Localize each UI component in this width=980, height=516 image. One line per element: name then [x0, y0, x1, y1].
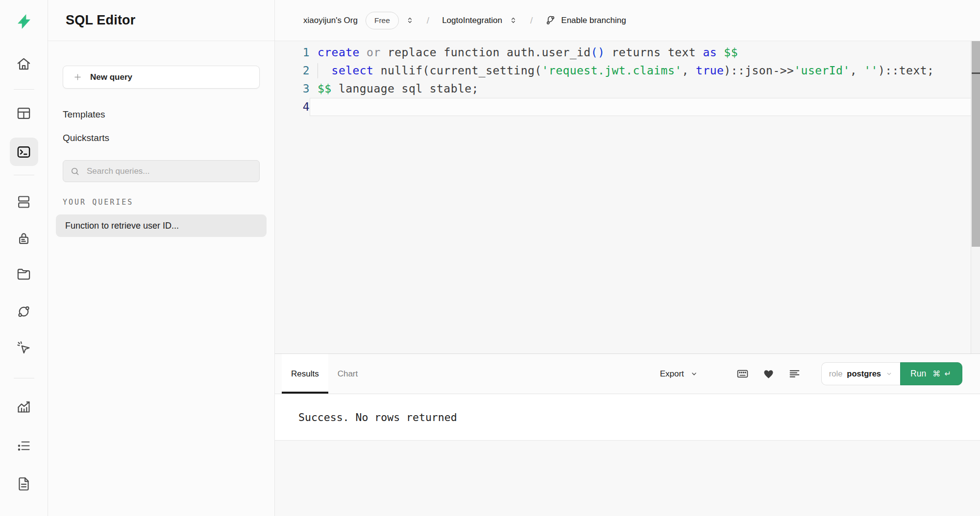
- run-label: Run: [910, 369, 926, 379]
- new-query-button[interactable]: New query: [63, 66, 260, 89]
- sidebar-item-templates[interactable]: Templates: [63, 109, 105, 120]
- git-branch-icon: [545, 15, 556, 25]
- sidebar-body: New query Templates Quickstarts YOUR QUE…: [48, 41, 274, 237]
- role-label: role: [829, 369, 843, 378]
- breadcrumb: xiaoyijun's Org Free / LogtoIntegration …: [275, 0, 980, 41]
- run-shortcut: ⌘ ↵: [932, 369, 952, 378]
- export-button[interactable]: Export: [657, 369, 701, 379]
- code-line[interactable]: 3$$ language sql stable;: [275, 80, 980, 98]
- code-line[interactable]: 1create or replace function auth.user_id…: [275, 44, 980, 62]
- rail-storage-icon[interactable]: [10, 260, 38, 288]
- rail-divider: [14, 175, 34, 175]
- rail-authentication-icon[interactable]: [10, 224, 38, 252]
- results-panel: Success. No rows returned: [275, 394, 980, 441]
- rail-divider: [14, 89, 34, 90]
- results-message: Success. No rows returned: [298, 411, 457, 423]
- editor-scrollbar[interactable]: [971, 41, 980, 353]
- search-box: [63, 160, 260, 182]
- code-line[interactable]: 4: [275, 98, 980, 116]
- rail-home-icon[interactable]: [10, 49, 38, 78]
- rail-reports-icon[interactable]: [10, 392, 38, 421]
- query-list-item[interactable]: Function to retrieve user ID...: [56, 214, 267, 237]
- supabase-logo-icon[interactable]: [13, 10, 35, 33]
- keyboard-shortcuts-button[interactable]: [736, 368, 749, 380]
- rail-table-editor-icon[interactable]: [10, 99, 38, 127]
- plus-icon: [73, 72, 82, 82]
- page-title: SQL Editor: [66, 13, 136, 28]
- run-button[interactable]: Run ⌘ ↵: [900, 362, 962, 385]
- keyboard-icon: [736, 368, 749, 380]
- enable-branching-label: Enable branching: [561, 16, 626, 25]
- format-sql-button[interactable]: [788, 368, 801, 380]
- project-name[interactable]: LogtoIntegration: [442, 16, 502, 25]
- results-tabs: Results Chart: [275, 354, 367, 394]
- search-queries-input[interactable]: [86, 166, 252, 177]
- rail-realtime-icon[interactable]: [10, 333, 38, 362]
- results-toolbar: Results Chart Export: [275, 353, 980, 394]
- tab-chart[interactable]: Chart: [328, 354, 368, 394]
- sidebar-header: SQL Editor: [48, 0, 274, 41]
- align-lines-icon: [788, 368, 801, 380]
- tab-results[interactable]: Results: [282, 354, 328, 394]
- your-queries-heading: YOUR QUERIES: [63, 198, 260, 207]
- role-select[interactable]: role postgres: [821, 362, 900, 385]
- rail-divider: [14, 378, 34, 378]
- role-value: postgres: [847, 369, 881, 378]
- rail-sql-editor-icon[interactable]: [10, 138, 38, 166]
- rail-logs-icon[interactable]: [10, 431, 38, 460]
- chevron-down-icon: [690, 370, 698, 378]
- code-lines: 1create or replace function auth.user_id…: [275, 44, 980, 116]
- sidebar-links: Templates Quickstarts: [63, 109, 260, 143]
- scrollbar-thumb[interactable]: [972, 41, 980, 247]
- export-label: Export: [660, 369, 684, 379]
- plan-badge[interactable]: Free: [366, 12, 399, 29]
- cursor-position-marker: [972, 72, 980, 74]
- breadcrumb-separator: /: [530, 15, 533, 26]
- rail-edge-functions-icon[interactable]: [10, 297, 38, 326]
- breadcrumb-separator: /: [427, 15, 429, 26]
- favorite-button[interactable]: [762, 368, 775, 380]
- search-icon: [70, 166, 80, 176]
- org-name[interactable]: xiaoyijun's Org: [303, 16, 358, 25]
- sidebar: SQL Editor New query Templates Quickstar…: [48, 0, 275, 516]
- main-pane: xiaoyijun's Org Free / LogtoIntegration …: [275, 0, 980, 516]
- results-empty-area: [275, 441, 980, 516]
- code-line[interactable]: 2 select nullif(current_setting('request…: [275, 62, 980, 80]
- sidebar-item-quickstarts[interactable]: Quickstarts: [63, 133, 109, 143]
- org-switcher-chevron-icon[interactable]: [406, 16, 414, 24]
- app-root: SQL Editor New query Templates Quickstar…: [0, 0, 980, 516]
- nav-rail: [0, 0, 48, 516]
- run-controls: role postgres Run ⌘ ↵: [821, 362, 962, 385]
- heart-icon: [762, 368, 775, 380]
- chevron-down-icon: [885, 370, 893, 377]
- rail-api-docs-icon[interactable]: [10, 469, 38, 498]
- project-switcher-chevron-icon[interactable]: [509, 16, 517, 24]
- rail-database-icon[interactable]: [10, 188, 38, 216]
- sql-editor[interactable]: 1create or replace function auth.user_id…: [275, 41, 980, 353]
- enable-branching-button[interactable]: Enable branching: [545, 15, 626, 25]
- toolbar-actions: Export: [657, 354, 962, 394]
- new-query-label: New query: [90, 72, 132, 82]
